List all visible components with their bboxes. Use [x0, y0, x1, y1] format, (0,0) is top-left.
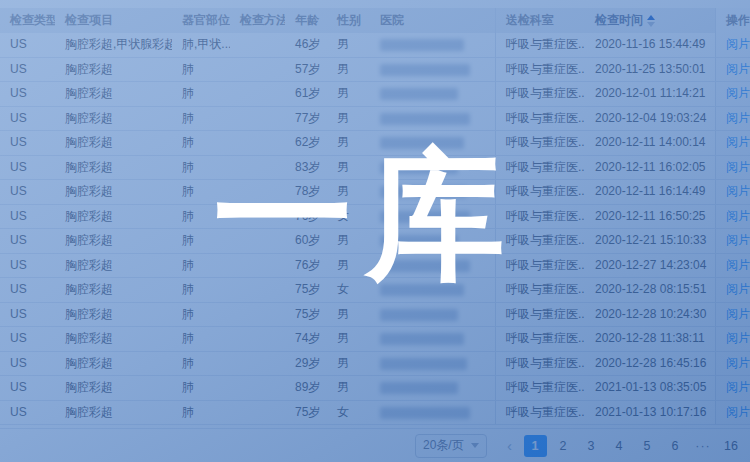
- cell-organ: 肺: [172, 107, 230, 131]
- cell-dept: 呼吸与重症医...: [495, 401, 585, 425]
- view-film-link[interactable]: 阅片: [726, 209, 750, 223]
- cell-age: 29岁: [285, 352, 327, 376]
- cell-organ: 肺: [172, 401, 230, 425]
- cell-project: 胸腔彩超: [55, 107, 172, 131]
- cell-op: 阅片: [715, 254, 750, 278]
- table-row: US胸腔彩超肺61岁男呼吸与重症医...2020-12-01 11:14:21阅…: [0, 82, 750, 107]
- cell-age: 57岁: [285, 58, 327, 82]
- column-header-label: 年龄: [295, 13, 319, 27]
- cell-hospital: [370, 303, 495, 327]
- cell-method: [230, 82, 285, 106]
- cell-type: US: [0, 33, 55, 57]
- cell-project: 胸腔彩超: [55, 278, 172, 302]
- page-size-select[interactable]: 20条/页: [415, 434, 487, 458]
- cell-method: [230, 303, 285, 327]
- cell-time: 2020-12-28 10:24:30: [585, 303, 715, 327]
- column-header-dept: 送检科室: [495, 8, 585, 33]
- cell-op: 阅片: [715, 376, 750, 400]
- table-row: US胸腔彩超肺77岁男呼吸与重症医...2020-12-04 19:03:24阅…: [0, 107, 750, 132]
- cell-project: 胸腔彩超: [55, 156, 172, 180]
- cell-organ: 肺,甲状...: [172, 33, 230, 57]
- cell-time: 2020-12-28 08:15:51: [585, 278, 715, 302]
- cell-dept: 呼吸与重症医...: [495, 303, 585, 327]
- page-button-1[interactable]: 1: [524, 435, 547, 457]
- pager-ellipsis[interactable]: ···: [692, 435, 715, 457]
- cell-dept: 呼吸与重症医...: [495, 58, 585, 82]
- page-button-6[interactable]: 6: [664, 435, 687, 457]
- cell-project: 胸腔彩超: [55, 180, 172, 204]
- cell-method: [230, 352, 285, 376]
- view-film-link[interactable]: 阅片: [726, 86, 750, 100]
- cell-gender: 男: [327, 33, 370, 57]
- column-header-label: 检查方法: [240, 13, 285, 27]
- cell-method: [230, 327, 285, 351]
- cell-dept: 呼吸与重症医...: [495, 33, 585, 57]
- table-row: US胸腔彩超肺57岁男呼吸与重症医...2020-11-25 13:50:01阅…: [0, 58, 750, 83]
- cell-hospital: [370, 107, 495, 131]
- view-film-link[interactable]: 阅片: [726, 37, 750, 51]
- column-header-time[interactable]: 检查时间: [585, 8, 715, 33]
- cell-hospital: [370, 82, 495, 106]
- cell-time: 2021-01-13 10:17:16: [585, 401, 715, 425]
- page-size-label: 20条/页: [423, 437, 464, 454]
- cell-gender: 男: [327, 352, 370, 376]
- view-film-link[interactable]: 阅片: [726, 160, 750, 174]
- view-film-link[interactable]: 阅片: [726, 233, 750, 247]
- sort-desc-caret-icon: [647, 22, 655, 27]
- cell-project: 胸腔彩超: [55, 205, 172, 229]
- prev-page-button[interactable]: ‹: [503, 435, 516, 457]
- column-header-label: 检查项目: [65, 13, 113, 27]
- view-film-link[interactable]: 阅片: [726, 258, 750, 272]
- cell-organ: 肺: [172, 352, 230, 376]
- cell-type: US: [0, 401, 55, 425]
- column-header-label: 送检科室: [506, 13, 554, 27]
- page-button-3[interactable]: 3: [580, 435, 603, 457]
- view-film-link[interactable]: 阅片: [726, 331, 750, 345]
- column-header-label: 检查时间: [595, 13, 643, 27]
- cell-time: 2020-12-28 11:38:11: [585, 327, 715, 351]
- column-header-label: 性别: [337, 13, 361, 27]
- cell-method: [230, 401, 285, 425]
- view-film-link[interactable]: 阅片: [726, 62, 750, 76]
- view-film-link[interactable]: 阅片: [726, 184, 750, 198]
- cell-age: 75岁: [285, 303, 327, 327]
- hospital-redacted-block: [380, 309, 458, 321]
- cell-op: 阅片: [715, 180, 750, 204]
- page-button-2[interactable]: 2: [552, 435, 575, 457]
- cell-time: 2020-12-21 15:10:33: [585, 229, 715, 253]
- view-film-link[interactable]: 阅片: [726, 405, 750, 419]
- cell-age: 75岁: [285, 401, 327, 425]
- cell-time: 2020-12-04 19:03:24: [585, 107, 715, 131]
- cell-dept: 呼吸与重症医...: [495, 107, 585, 131]
- page-button-16[interactable]: 16: [720, 435, 743, 457]
- cell-time: 2020-12-11 14:00:14: [585, 131, 715, 155]
- column-header-age: 年龄: [285, 8, 327, 33]
- cell-organ: 肺: [172, 327, 230, 351]
- hospital-redacted-block: [380, 382, 458, 394]
- cell-gender: 男: [327, 107, 370, 131]
- cell-project: 胸腔彩超: [55, 58, 172, 82]
- hospital-redacted-block: [380, 39, 464, 51]
- cell-hospital: [370, 327, 495, 351]
- cell-organ: 肺: [172, 303, 230, 327]
- view-film-link[interactable]: 阅片: [726, 356, 750, 370]
- cell-age: 46岁: [285, 33, 327, 57]
- column-header-label: 器官部位: [182, 13, 230, 27]
- cell-age: 89岁: [285, 376, 327, 400]
- cell-project: 胸腔彩超: [55, 327, 172, 351]
- view-film-link[interactable]: 阅片: [726, 111, 750, 125]
- view-film-link[interactable]: 阅片: [726, 380, 750, 394]
- page-button-5[interactable]: 5: [636, 435, 659, 457]
- table-row: US胸腔彩超肺29岁男呼吸与重症医...2020-12-28 16:45:16阅…: [0, 352, 750, 377]
- cell-type: US: [0, 376, 55, 400]
- cell-type: US: [0, 303, 55, 327]
- cell-method: [230, 376, 285, 400]
- table-row: US胸腔彩超肺75岁男呼吸与重症医...2020-12-28 10:24:30阅…: [0, 303, 750, 328]
- view-film-link[interactable]: 阅片: [726, 282, 750, 296]
- view-film-link[interactable]: 阅片: [726, 135, 750, 149]
- page-button-4[interactable]: 4: [608, 435, 631, 457]
- chevron-down-icon: [471, 443, 479, 448]
- column-header-organ: 器官部位: [172, 8, 230, 33]
- cell-dept: 呼吸与重症医...: [495, 327, 585, 351]
- view-film-link[interactable]: 阅片: [726, 307, 750, 321]
